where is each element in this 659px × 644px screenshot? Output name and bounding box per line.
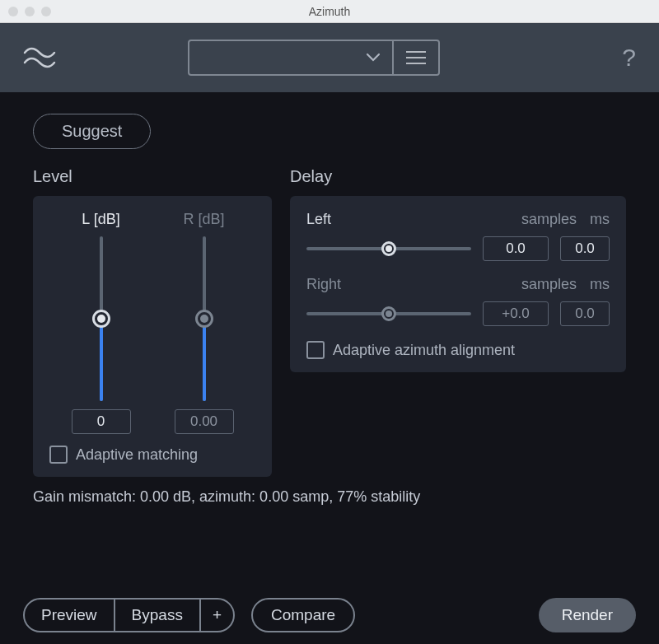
traffic-lights <box>8 7 51 16</box>
samples-unit-label: samples <box>521 276 577 293</box>
delay-left-ms-value[interactable]: 0.0 <box>560 236 610 261</box>
level-right-value[interactable]: 0.00 <box>175 409 234 434</box>
add-button[interactable]: + <box>199 600 233 631</box>
slider-thumb-icon <box>92 310 110 328</box>
level-panel: L [dB] 0 R [dB] 0.00 <box>33 196 272 477</box>
adaptive-matching-checkbox[interactable] <box>49 446 68 464</box>
slider-thumb-icon <box>381 306 396 321</box>
adaptive-matching-row[interactable]: Adaptive matching <box>49 446 255 464</box>
bypass-button[interactable]: Bypass <box>114 600 199 631</box>
ms-unit-label: ms <box>590 276 610 293</box>
compare-button[interactable]: Compare <box>251 598 355 632</box>
render-button[interactable]: Render <box>539 598 636 632</box>
suggest-button[interactable]: Suggest <box>33 114 151 149</box>
preset-menu-button[interactable] <box>394 40 440 76</box>
footer: Preview Bypass + Compare Render <box>0 586 659 644</box>
level-left-label: L [dB] <box>82 211 119 228</box>
preview-button[interactable]: Preview <box>25 600 114 631</box>
adaptive-azimuth-checkbox[interactable] <box>306 341 325 359</box>
adaptive-matching-label: Adaptive matching <box>76 446 198 464</box>
samples-unit-label: samples <box>521 211 577 228</box>
delay-left-slider[interactable] <box>306 240 471 258</box>
level-right-label: R [dB] <box>183 211 224 228</box>
delay-left-label: Left <box>306 211 521 228</box>
delay-right-slider[interactable] <box>306 305 471 323</box>
slider-thumb-icon <box>381 241 396 256</box>
adaptive-azimuth-row[interactable]: Adaptive azimuth alignment <box>306 341 610 359</box>
level-title: Level <box>33 167 272 186</box>
menu-icon <box>406 51 426 53</box>
delay-panel: Left samples ms 0.0 0.0 <box>290 196 626 372</box>
preset-dropdown[interactable] <box>188 40 394 76</box>
level-left-slider[interactable] <box>100 236 103 401</box>
delay-left-group: Left samples ms 0.0 0.0 <box>306 211 610 261</box>
chevron-down-icon <box>366 53 381 63</box>
delay-right-samples-value[interactable]: +0.0 <box>483 301 549 326</box>
delay-left-samples-value[interactable]: 0.0 <box>483 236 549 261</box>
level-right-slider[interactable] <box>203 236 206 401</box>
delay-right-label: Right <box>306 276 521 293</box>
delay-right-ms-value[interactable]: 0.0 <box>560 301 610 326</box>
preset-area <box>188 40 440 76</box>
titlebar: Azimuth <box>0 0 659 23</box>
toolbar: ? <box>0 23 659 92</box>
level-left-column: L [dB] 0 <box>72 211 131 434</box>
delay-right-group: Right samples ms +0.0 0.0 <box>306 276 610 326</box>
delay-title: Delay <box>290 167 626 186</box>
status-text: Gain mismatch: 0.00 dB, azimuth: 0.00 sa… <box>33 488 626 506</box>
app-logo-icon <box>23 41 56 74</box>
ms-unit-label: ms <box>590 211 610 228</box>
level-right-column: R [dB] 0.00 <box>175 211 234 434</box>
help-icon[interactable]: ? <box>622 44 636 72</box>
delay-section: Delay Left samples ms 0.0 0.0 <box>290 167 626 372</box>
maximize-window-icon[interactable] <box>41 7 51 16</box>
transport-group: Preview Bypass + <box>23 598 235 632</box>
main-area: Suggest Level L [dB] 0 R [dB] <box>0 92 659 586</box>
close-window-icon[interactable] <box>8 7 18 16</box>
level-section: Level L [dB] 0 R [dB] <box>33 167 272 477</box>
adaptive-azimuth-label: Adaptive azimuth alignment <box>333 342 515 359</box>
window-title: Azimuth <box>0 5 659 18</box>
slider-thumb-icon <box>195 310 213 328</box>
minimize-window-icon[interactable] <box>25 7 35 16</box>
level-left-value[interactable]: 0 <box>72 409 131 434</box>
